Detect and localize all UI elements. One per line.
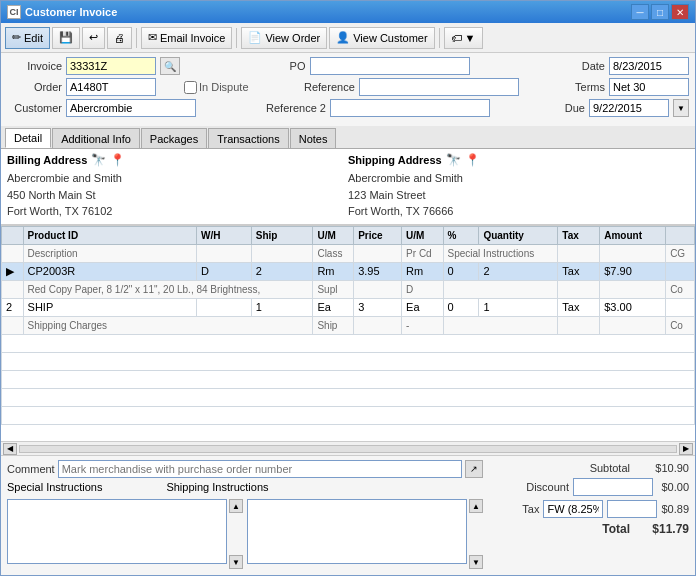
edit-label: Edit <box>24 32 43 44</box>
po-input[interactable] <box>310 57 470 75</box>
row2-desc-num <box>2 316 24 334</box>
scroll-right-button[interactable]: ▶ <box>679 443 693 455</box>
comment-input[interactable] <box>58 460 462 478</box>
date-input[interactable] <box>609 57 689 75</box>
tax-detail-input[interactable] <box>543 500 603 518</box>
sub-num <box>2 244 24 262</box>
view-order-button[interactable]: 📄 View Order <box>241 27 327 49</box>
due-dropdown-button[interactable]: ▼ <box>673 99 689 117</box>
col-cg-header <box>666 226 695 244</box>
in-dispute-checkbox[interactable] <box>184 81 197 94</box>
row2-tax: Tax <box>558 298 600 316</box>
table-row[interactable]: 2 SHIP 1 Ea 3 Ea 0 1 Tax $3.00 <box>2 298 695 316</box>
instructions-area: ▲ ▼ ▲ ▼ <box>7 499 483 571</box>
table-row[interactable]: ▶ CP2003R D 2 Rm 3.95 Rm 0 2 Tax $7.90 <box>2 262 695 280</box>
tag-icon: 🏷 <box>451 32 462 44</box>
scroll-thumb[interactable] <box>19 445 677 453</box>
billing-address-title: Billing Address <box>7 154 87 166</box>
edit-button[interactable]: ✏ Edit <box>5 27 50 49</box>
row1-amount: $7.90 <box>600 262 666 280</box>
row1-class: Supl <box>313 280 354 298</box>
view-order-label: View Order <box>265 32 320 44</box>
shipping-address-text: Abercrombie and Smith 123 Main Street Fo… <box>348 170 689 220</box>
tab-notes-label: Notes <box>299 133 328 145</box>
view-customer-button[interactable]: 👤 View Customer <box>329 27 434 49</box>
scroll-left-button[interactable]: ◀ <box>3 443 17 455</box>
customer-row: Customer Reference 2 Due ▼ <box>7 99 689 117</box>
tab-detail[interactable]: Detail <box>5 128 51 148</box>
terms-input[interactable] <box>609 78 689 96</box>
special-instructions-textarea[interactable] <box>7 499 227 564</box>
totals-section: Subtotal $10.90 Discount $0.00 Tax $0.89… <box>489 460 689 571</box>
horizontal-scrollbar[interactable]: ◀ ▶ <box>1 441 695 455</box>
sub-cg: CG <box>666 244 695 262</box>
billing-address-section: Billing Address 🔭 📍 Abercrombie and Smit… <box>7 153 348 220</box>
shipping-pin-icon[interactable]: 📍 <box>465 153 480 167</box>
col-amount-header: Amount <box>600 226 666 244</box>
due-label: Due <box>560 102 585 114</box>
subtotal-value: $10.90 <box>634 462 689 474</box>
special-scroll-down[interactable]: ▼ <box>229 555 243 569</box>
shipping-binoculars-icon[interactable]: 🔭 <box>446 153 461 167</box>
arrow-icon: ▶ <box>6 265 14 277</box>
shipping-instructions-textarea[interactable] <box>247 499 467 564</box>
special-scroll-up[interactable]: ▲ <box>229 499 243 513</box>
reference2-input[interactable] <box>330 99 490 117</box>
total-row: Total $11.79 <box>489 522 689 536</box>
shipping-instructions-label: Shipping Instructions <box>166 481 268 493</box>
print-button[interactable]: 🖨 <box>107 27 132 49</box>
po-label: PO <box>286 60 306 72</box>
row1-arrow: ▶ <box>2 262 24 280</box>
billing-line2: 450 North Main St <box>7 187 348 204</box>
table-row-empty <box>2 388 695 406</box>
customer-input[interactable] <box>66 99 196 117</box>
main-window: CI Customer Invoice ─ □ ✕ ✏ Edit 💾 ↩ 🖨 ✉… <box>0 0 696 576</box>
maximize-button[interactable]: □ <box>651 4 669 20</box>
shipping-line3: Fort Worth, TX 76666 <box>348 203 689 220</box>
table-row-desc: Shipping Charges Ship - Co <box>2 316 695 334</box>
table-row-empty <box>2 352 695 370</box>
tax-row: Tax $0.89 <box>489 500 689 518</box>
row2-desc-text: Shipping Charges <box>23 316 313 334</box>
comment-expand-button[interactable]: ↗ <box>465 460 483 478</box>
tab-packages-label: Packages <box>150 133 198 145</box>
row1-quantity: 2 <box>479 262 558 280</box>
email-invoice-button[interactable]: ✉ Email Invoice <box>141 27 232 49</box>
tab-transactions[interactable]: Transactions <box>208 128 289 148</box>
reference-input[interactable] <box>359 78 519 96</box>
billing-binoculars-icon[interactable]: 🔭 <box>91 153 106 167</box>
tab-packages[interactable]: Packages <box>141 128 207 148</box>
col-um2-header: U/M <box>402 226 443 244</box>
tab-additional-info[interactable]: Additional Info <box>52 128 140 148</box>
separator-1 <box>136 28 137 48</box>
col-um-header: U/M <box>313 226 354 244</box>
undo-button[interactable]: ↩ <box>82 27 105 49</box>
tax-input[interactable] <box>607 500 657 518</box>
sub-price <box>354 244 402 262</box>
due-input[interactable] <box>589 99 669 117</box>
col-pct-header: % <box>443 226 479 244</box>
tabs: Detail Additional Info Packages Transact… <box>1 126 695 149</box>
sub-special: Special Instructions <box>443 244 558 262</box>
minimize-button[interactable]: ─ <box>631 4 649 20</box>
col-price-header: Price <box>354 226 402 244</box>
table-row-desc: Red Copy Paper, 8 1/2" x 11", 20 Lb., 84… <box>2 280 695 298</box>
invoice-input[interactable] <box>66 57 156 75</box>
row2-cg <box>666 298 695 316</box>
row2-ship: 1 <box>251 298 313 316</box>
tab-notes[interactable]: Notes <box>290 128 337 148</box>
save-button[interactable]: 💾 <box>52 27 80 49</box>
invoice-search-button[interactable]: 🔍 <box>160 57 180 75</box>
row2-price: 3 <box>354 298 402 316</box>
billing-pin-icon[interactable]: 📍 <box>110 153 125 167</box>
undo-icon: ↩ <box>89 31 98 44</box>
order-input[interactable] <box>66 78 156 96</box>
bottom-area: Comment ↗ Special Instructions Shipping … <box>1 455 695 575</box>
close-button[interactable]: ✕ <box>671 4 689 20</box>
discount-input[interactable] <box>573 478 653 496</box>
col-product-header: Product ID <box>23 226 196 244</box>
special-instr-col: ▲ ▼ <box>7 499 243 571</box>
tag-button[interactable]: 🏷 ▼ <box>444 27 483 49</box>
tax-label: Tax <box>459 503 539 515</box>
shipping-scroll-down[interactable]: ▼ <box>469 555 483 569</box>
